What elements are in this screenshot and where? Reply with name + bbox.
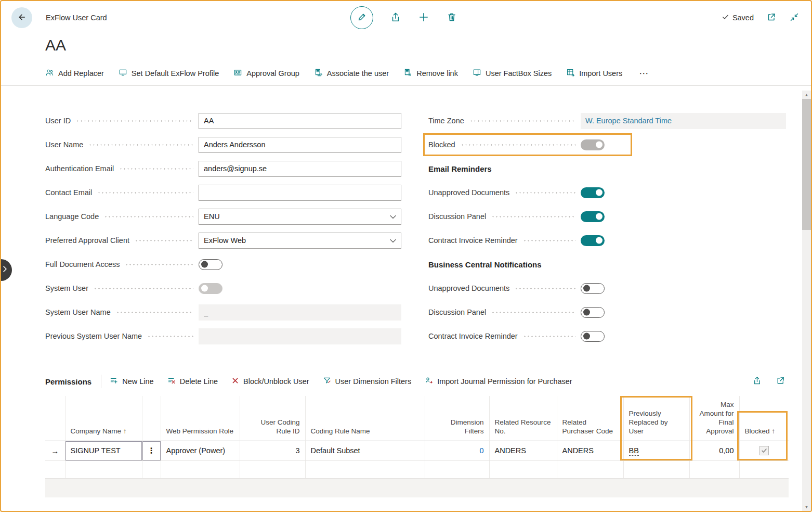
import-journal-permission-button[interactable]: Import Journal Permission for Purchaser (425, 376, 572, 387)
bc-unapproved-documents-toggle[interactable] (581, 283, 605, 294)
block-unblock-user-button[interactable]: Block/Unblock User (231, 377, 309, 387)
empty-cell[interactable] (623, 460, 689, 478)
toolbar-item-label: Set Default ExFlow Profile (132, 69, 219, 78)
column-header-coding-rule-name[interactable]: Coding Rule Name (305, 396, 425, 441)
selected-value: ExFlow Web (204, 236, 246, 245)
scrollbar-thumb[interactable] (802, 99, 811, 230)
blocked-checkbox (759, 446, 769, 455)
permissions-part-icons (752, 376, 785, 387)
toggle-container (199, 259, 401, 270)
empty-cell[interactable] (489, 460, 557, 478)
column-header-related-purchaser-code[interactable]: Related Purchaser Code (557, 396, 623, 441)
toolbar-item-approval-group[interactable]: Approval Group (233, 68, 299, 79)
row-selector-cell[interactable]: → (45, 441, 65, 460)
action-label: Delete Line (180, 377, 218, 386)
edit-button[interactable] (350, 6, 373, 29)
scroll-down-arrow[interactable]: ▼ (802, 503, 811, 511)
cell-company-name[interactable]: SIGNUP TEST (65, 441, 142, 460)
general-fields: User ID User Name Authentication Email C… (45, 109, 811, 348)
cell-dimension-filters[interactable]: 0 (425, 441, 489, 460)
column-header-related-resource-no[interactable]: Related Resource No. (489, 396, 557, 441)
cell-coding-rule-name[interactable]: Default Subset (305, 441, 425, 460)
toolbar-item-set-default-exflow-profile[interactable]: Set Default ExFlow Profile (119, 68, 219, 79)
empty-cell[interactable] (689, 460, 739, 478)
more-options-button[interactable]: ⋯ (637, 68, 650, 79)
new-record-button[interactable] (418, 11, 429, 24)
blocked-toggle[interactable] (581, 139, 605, 150)
record-title-row: AA (1, 34, 811, 61)
empty-cell[interactable] (142, 460, 161, 478)
share-part-button[interactable] (752, 376, 762, 387)
dotted-leader (515, 288, 575, 289)
vertical-scrollbar[interactable]: ▲ ▼ (802, 91, 811, 511)
user-dimension-filters-button[interactable]: User Dimension Filters (323, 376, 412, 387)
collapse-button[interactable] (789, 12, 800, 24)
bc-contract-invoice-reminder-toggle[interactable] (581, 331, 605, 342)
email-discussion-panel-toggle[interactable] (581, 211, 605, 222)
back-button[interactable] (11, 7, 32, 28)
column-header-max-amount-for-final-approval[interactable]: Max Amount for Final Approval (689, 396, 739, 441)
delete-record-button[interactable] (446, 11, 457, 24)
column-header-blocked[interactable]: Blocked ↑ (739, 396, 789, 441)
column-header-previously-replaced-by-user[interactable]: Previously Replaced by User (623, 396, 689, 441)
column-header-web-permission-role[interactable]: Web Permission Role (161, 396, 240, 441)
previously-replaced-value[interactable]: BB (629, 446, 639, 456)
empty-cell[interactable] (305, 460, 425, 478)
dotted-leader (88, 144, 193, 146)
cell-web-permission-role[interactable]: Approver (Power) (161, 441, 240, 460)
column-header-menu (142, 396, 161, 441)
preferred-approval-client-select[interactable]: ExFlow Web (199, 233, 401, 249)
cell-max-amount-for-final-approval[interactable]: 0,00 (689, 441, 739, 460)
user-name-input[interactable] (199, 137, 401, 153)
toolbar-item-associate-the-user[interactable]: Associate the user (314, 68, 389, 79)
separator (101, 375, 101, 388)
language-code-select[interactable]: ENU (199, 209, 401, 225)
open-in-new-window-button[interactable] (766, 12, 777, 24)
field-label: Contract Invoice Reminder (428, 236, 518, 245)
empty-cell[interactable] (161, 460, 240, 478)
bc-discussion-panel-toggle[interactable] (581, 307, 605, 318)
contact-email-input[interactable] (199, 185, 401, 201)
empty-cell[interactable] (557, 460, 623, 478)
empty-cell[interactable] (425, 460, 489, 478)
dotted-leader (515, 192, 575, 194)
empty-cell[interactable] (65, 460, 142, 478)
cell-previously-replaced-by-user[interactable]: BB (623, 441, 689, 460)
toggle-container (581, 307, 786, 318)
toolbar-item-remove-link[interactable]: Remove link (403, 68, 458, 79)
dimension-filters-link[interactable]: 0 (479, 446, 483, 455)
email-contract-invoice-reminder-toggle[interactable] (581, 235, 605, 246)
column-header-user-coding-rule-id[interactable]: User Coding Rule ID (240, 396, 305, 441)
time-zone-field[interactable]: W. Europe Standard Time (581, 113, 786, 129)
email-unapproved-documents-toggle[interactable] (581, 187, 605, 198)
toolbar-item-user-factbox-sizes[interactable]: User FactBox Sizes (473, 68, 552, 79)
scroll-up-arrow[interactable]: ▲ (802, 91, 811, 99)
new-line-button[interactable]: New Line (110, 376, 153, 387)
open-part-in-new-window-button[interactable] (776, 376, 785, 387)
field-label: Time Zone (428, 117, 464, 125)
cell-user-coding-rule-id[interactable]: 3 (240, 441, 305, 460)
cell-context-menu-button[interactable]: ⋮ (142, 441, 161, 460)
column-header-dimension-filters[interactable]: Dimension Filters (425, 396, 489, 441)
user-id-input[interactable] (199, 113, 401, 129)
full-document-access-toggle[interactable] (199, 259, 222, 270)
empty-cell[interactable] (739, 460, 789, 478)
field-label: Preferred Approval Client (45, 236, 129, 245)
chevron-down-icon (390, 236, 396, 245)
cell-related-resource-no[interactable]: ANDERS (489, 441, 557, 460)
toolbar-item-label: Add Replacer (58, 69, 104, 78)
toggle-container (581, 235, 786, 246)
row-selector-header (45, 396, 65, 441)
column-header-company-name[interactable]: Company Name ↑ (65, 396, 142, 441)
time-zone-value: W. Europe Standard Time (585, 117, 672, 125)
delete-line-button[interactable]: Delete Line (167, 376, 218, 387)
popout-icon (776, 376, 785, 387)
exflow-user-card-window: ExFlow User Card (0, 0, 812, 512)
share-button[interactable] (390, 11, 401, 24)
empty-cell[interactable] (45, 460, 65, 478)
empty-cell[interactable] (240, 460, 305, 478)
authentication-email-input[interactable] (199, 161, 401, 177)
toolbar-item-import-users[interactable]: Import Users (566, 68, 622, 79)
toolbar-item-add-replacer[interactable]: Add Replacer (45, 68, 104, 79)
cell-related-purchaser-code[interactable]: ANDERS (557, 441, 623, 460)
